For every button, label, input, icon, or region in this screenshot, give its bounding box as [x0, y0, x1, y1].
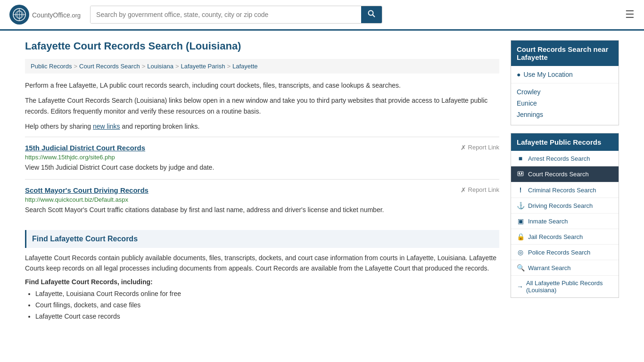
- record-entry-2-header: Scott Mayor's Court Driving Records ✗ Re…: [25, 186, 499, 194]
- svg-rect-10: [519, 174, 522, 175]
- use-my-location-label: Use My Location: [523, 71, 572, 78]
- breadcrumb-lafayette-parish[interactable]: Lafayette Parish: [181, 63, 225, 70]
- find-section: Find Lafayette Court Records: [25, 230, 499, 248]
- page-title: Lafayette Court Records Search (Louisian…: [25, 40, 499, 52]
- record-entry-1: 15th Judicial District Court Records ✗ R…: [25, 137, 499, 179]
- record-url-1[interactable]: https://www.15thjdc.org/site6.php: [25, 154, 499, 161]
- police-icon: ◎: [517, 248, 524, 256]
- desc-line1: Perform a free Lafayette, LA public cour…: [25, 80, 499, 90]
- record-entry-2: Scott Mayor's Court Driving Records ✗ Re…: [25, 179, 499, 222]
- use-my-location[interactable]: ● Use My Location: [517, 71, 613, 78]
- sidebar-records-list: ■ Arrest Records Search Court Records Se…: [511, 151, 619, 276]
- sidebar-nearby-header: Court Records Search near Lafayette: [511, 41, 619, 66]
- record-title-2[interactable]: Scott Mayor's Court Driving Records: [25, 186, 149, 194]
- arrow-icon: →: [517, 283, 523, 290]
- search-bar: [90, 6, 382, 24]
- report-icon-2: ✗: [461, 186, 466, 194]
- nearby-link-crowley[interactable]: Crowley: [517, 86, 613, 98]
- breadcrumb-public-records[interactable]: Public Records: [31, 63, 72, 70]
- sidebar-item-label-criminal: Criminal Records Search: [528, 187, 596, 194]
- list-item: Lafayette Court case records: [35, 311, 499, 322]
- svg-point-5: [369, 11, 373, 16]
- content-area: Lafayette Court Records Search (Louisian…: [25, 40, 499, 322]
- breadcrumb-sep-2: >: [142, 63, 146, 70]
- sidebar-item-warrant[interactable]: 🔍 Warrant Search: [511, 260, 619, 276]
- report-label-1: Report Link: [468, 144, 499, 151]
- court-icon: [517, 170, 524, 178]
- sidebar: Court Records Search near Lafayette ● Us…: [511, 40, 619, 322]
- desc-line3-prefix: Help others by sharing: [25, 123, 93, 130]
- sidebar-item-arrest[interactable]: ■ Arrest Records Search: [511, 151, 619, 166]
- nearby-link-eunice[interactable]: Eunice: [517, 98, 613, 109]
- find-list: Lafayette, Louisiana Court Records onlin…: [25, 288, 499, 322]
- desc-line3: Help others by sharing new links and rep…: [25, 121, 499, 132]
- svg-rect-7: [518, 172, 523, 176]
- report-link-1[interactable]: ✗ Report Link: [461, 144, 499, 151]
- sidebar-public-records-box: Lafayette Public Records ■ Arrest Record…: [511, 133, 619, 298]
- site-header: CountyOffice.org ☰: [0, 0, 644, 31]
- arrest-icon: ■: [517, 155, 524, 162]
- jail-icon: 🔒: [517, 233, 524, 240]
- logo-icon: [9, 5, 29, 25]
- sidebar-item-label-court: Court Records Search: [528, 171, 589, 178]
- sidebar-location: ● Use My Location: [511, 66, 619, 83]
- breadcrumb-sep-4: >: [227, 63, 231, 70]
- desc-line3-suffix: and reporting broken links.: [120, 123, 200, 130]
- logo-text: CountyOffice.org: [32, 10, 81, 20]
- new-links[interactable]: new links: [93, 123, 120, 130]
- logo[interactable]: CountyOffice.org: [9, 5, 81, 25]
- report-icon-1: ✗: [461, 144, 466, 151]
- record-desc-2: Search Scott Mayor's Court traffic citat…: [25, 205, 499, 215]
- record-url-2[interactable]: http://www.quickcourt.biz/Default.aspx: [25, 196, 499, 203]
- sidebar-item-court[interactable]: Court Records Search: [511, 166, 619, 182]
- sidebar-item-label-arrest: Arrest Records Search: [528, 155, 590, 162]
- driving-icon: ⚓: [517, 202, 524, 209]
- sidebar-item-police[interactable]: ◎ Police Records Search: [511, 245, 619, 260]
- breadcrumb-lafayette[interactable]: Lafayette: [232, 63, 258, 70]
- breadcrumb-sep-1: >: [74, 63, 77, 70]
- nearby-link-jennings[interactable]: Jennings: [517, 109, 613, 120]
- report-label-2: Report Link: [468, 186, 499, 193]
- sidebar-item-label-police: Police Records Search: [528, 249, 590, 256]
- sidebar-item-label-inmate: Inmate Search: [528, 218, 568, 225]
- svg-rect-9: [521, 173, 522, 174]
- sidebar-nearby-box: Court Records Search near Lafayette ● Us…: [511, 40, 619, 125]
- breadcrumb: Public Records > Court Records Search > …: [25, 59, 499, 74]
- find-section-body: Lafayette Court Records contain publicly…: [25, 253, 499, 274]
- criminal-icon: !: [517, 186, 524, 194]
- header-right: ☰: [621, 8, 635, 21]
- search-button[interactable]: [361, 6, 382, 23]
- find-subheading: Find Lafayette Court Records, including:: [25, 278, 499, 286]
- location-pin-icon: ●: [517, 71, 520, 78]
- svg-rect-8: [519, 173, 520, 174]
- record-title-1[interactable]: 15th Judicial District Court Records: [25, 144, 145, 152]
- sidebar-item-driving[interactable]: ⚓ Driving Records Search: [511, 198, 619, 214]
- all-records-link[interactable]: All Lafayette Public Records (Louisiana): [526, 280, 613, 294]
- sidebar-item-inmate[interactable]: ▣ Inmate Search: [511, 214, 619, 229]
- list-item: Lafayette, Louisiana Court Records onlin…: [35, 288, 499, 300]
- search-input[interactable]: [91, 6, 361, 23]
- sidebar-item-label-jail: Jail Records Search: [528, 233, 583, 240]
- main-container: Lafayette Court Records Search (Louisian…: [16, 31, 628, 332]
- menu-icon[interactable]: ☰: [625, 8, 635, 21]
- breadcrumb-louisiana[interactable]: Louisiana: [147, 63, 173, 70]
- sidebar-item-jail[interactable]: 🔒 Jail Records Search: [511, 229, 619, 245]
- sidebar-item-label-warrant: Warrant Search: [528, 264, 571, 272]
- record-entry-1-header: 15th Judicial District Court Records ✗ R…: [25, 144, 499, 152]
- sidebar-item-criminal[interactable]: ! Criminal Records Search: [511, 182, 619, 198]
- warrant-icon: 🔍: [517, 264, 524, 272]
- record-desc-1: View 15th Judicial District Court case d…: [25, 163, 499, 173]
- logo-name: CountyOffice: [32, 11, 70, 19]
- sidebar-all-records: → All Lafayette Public Records (Louisian…: [511, 276, 619, 297]
- svg-line-6: [373, 15, 375, 17]
- report-link-2[interactable]: ✗ Report Link: [461, 186, 499, 194]
- desc-line2: The Lafayette Court Records Search (Loui…: [25, 95, 499, 116]
- list-item: Court filings, dockets, and case files: [35, 300, 499, 311]
- sidebar-item-label-driving: Driving Records Search: [528, 202, 593, 209]
- logo-suffix: .org: [70, 12, 81, 19]
- breadcrumb-sep-3: >: [175, 63, 179, 70]
- inmate-icon: ▣: [517, 217, 524, 225]
- sidebar-nearby-links: Crowley Eunice Jennings: [511, 83, 619, 125]
- find-section-title: Find Lafayette Court Records: [32, 235, 494, 243]
- breadcrumb-court-records-search[interactable]: Court Records Search: [79, 63, 140, 70]
